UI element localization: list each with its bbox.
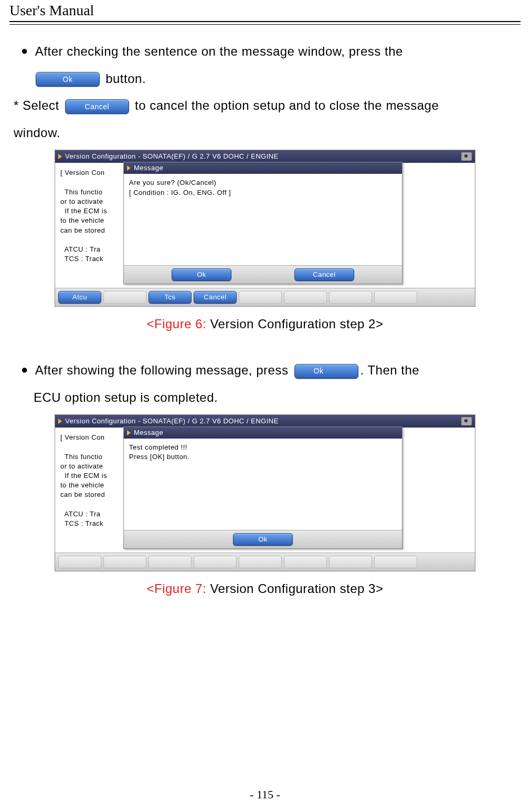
fig6-titlebar: Version Configuration - SONATA(EF) / G 2… — [55, 150, 475, 163]
bullet2-text-b: . Then the — [361, 363, 420, 377]
star-text-a: * Select — [14, 98, 63, 112]
fig7-ok-button[interactable]: Ok — [233, 533, 293, 546]
star-text-c: window. — [14, 121, 516, 145]
arrow-right-icon — [127, 165, 131, 171]
ok-button-inline-2[interactable]: Ok — [294, 364, 358, 379]
camera-icon[interactable] — [461, 417, 472, 425]
bullet2-text-a: After showing the following message, pre… — [35, 363, 292, 377]
header-rule — [9, 21, 521, 25]
fig6-title: Version Configuration - SONATA(EF) / G 2… — [65, 150, 279, 163]
bullet1-text-a: After checking the sentence on the messa… — [35, 44, 403, 58]
figure-7-screenshot: Version Configuration - SONATA(EF) / G 2… — [55, 414, 475, 571]
fig6-cancel-button[interactable]: Cancel — [294, 268, 354, 281]
bullet2-text-c: ECU option setup is completed. — [14, 386, 516, 410]
empty-slot — [374, 556, 417, 568]
figure-6-screenshot: Version Configuration - SONATA(EF) / G 2… — [55, 150, 475, 307]
empty-slot — [284, 291, 327, 304]
camera-icon[interactable] — [461, 152, 472, 161]
fig7-titlebar: Version Configuration - SONATA(EF) / G 2… — [55, 415, 475, 428]
fig7-title: Version Configuration - SONATA(EF) / G 2… — [65, 415, 279, 428]
fig6-tcs-button[interactable]: Tcs — [149, 291, 192, 304]
empty-slot — [149, 556, 192, 568]
arrow-right-icon — [127, 430, 131, 435]
empty-slot — [329, 291, 372, 304]
fig7-caption-red: <Figure 7: — [147, 581, 207, 596]
fig7-msg-title: Message — [134, 426, 163, 440]
ok-button-inline[interactable]: Ok — [36, 72, 100, 87]
page-header-title: User's Manual — [9, 2, 94, 19]
page-number: - 115 - — [0, 788, 530, 801]
empty-slot — [284, 556, 327, 568]
empty-slot — [329, 556, 372, 568]
fig6-ok-button[interactable]: Ok — [172, 268, 231, 281]
bullet1-text-b: button. — [105, 71, 146, 86]
fig6-caption-red: <Figure 6: — [147, 317, 207, 331]
figure-7-caption: <Figure 7: Version Configuration step 3> — [14, 577, 516, 601]
fig7-msg-body: Test completed !!! Press [OK] button. — [124, 439, 402, 530]
empty-slot — [239, 291, 282, 304]
empty-slot — [103, 291, 146, 304]
empty-slot — [239, 556, 282, 568]
empty-slot — [58, 556, 101, 568]
figure-6-caption: <Figure 6: Version Configuration step 2> — [14, 312, 516, 336]
fig6-msg-title: Message — [134, 162, 163, 175]
fig6-bottom-bar: Atcu Tcs Cancel — [55, 288, 475, 306]
cancel-button-inline[interactable]: Cancel — [65, 99, 129, 114]
fig6-caption-rest: Version Configuration step 2> — [206, 317, 383, 331]
empty-slot — [374, 291, 417, 304]
empty-slot — [194, 556, 237, 568]
fig6-msg-body: Are you sure? (Ok/Cancel) [ Condition : … — [124, 174, 402, 265]
bullet-icon: ● — [21, 363, 28, 376]
fig6-message-window: Message Are you sure? (Ok/Cancel) [ Cond… — [123, 162, 402, 284]
arrow-right-icon — [58, 419, 62, 424]
arrow-right-icon — [58, 154, 62, 159]
fig7-message-window: Message Test completed !!! Press [OK] bu… — [123, 426, 402, 549]
fig6-atcu-button[interactable]: Atcu — [58, 291, 101, 304]
empty-slot — [103, 556, 146, 568]
fig6-bottom-cancel-button[interactable]: Cancel — [194, 291, 237, 304]
star-text-b: to cancel the option setup and to close … — [135, 98, 439, 112]
fig7-bottom-bar — [55, 553, 475, 571]
fig7-caption-rest: Version Configuration step 3> — [206, 581, 383, 596]
bullet-icon: ● — [21, 44, 28, 57]
